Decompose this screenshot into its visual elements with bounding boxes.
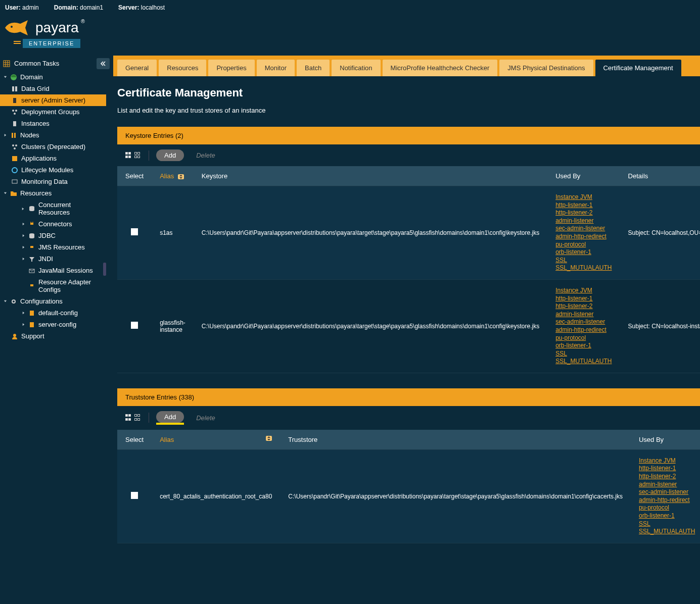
- usedby-link[interactable]: Instance JVM: [639, 457, 695, 465]
- sidebar-item-resources[interactable]: Resources: [0, 187, 106, 199]
- usedby-link[interactable]: admin-listener: [555, 217, 612, 225]
- truststore-add-button[interactable]: Add: [156, 411, 184, 423]
- tab-properties[interactable]: Properties: [208, 60, 254, 76]
- sort-icon[interactable]: [266, 436, 272, 441]
- col-select[interactable]: Select: [117, 430, 152, 450]
- tab-monitor[interactable]: Monitor: [257, 60, 295, 76]
- sidebar-item-deployment-groups[interactable]: Deployment Groups: [0, 106, 106, 118]
- col-usedby[interactable]: Used By: [631, 430, 700, 450]
- tab-certificate-management[interactable]: Certificate Management: [595, 60, 681, 76]
- sidebar-item-server-admin[interactable]: server (Admin Server): [0, 94, 106, 106]
- usedby-link[interactable]: admin-http-redirect: [555, 233, 612, 241]
- usedby-link[interactable]: admin-listener: [555, 311, 612, 319]
- select-all-button[interactable]: [125, 152, 132, 159]
- sort-icon[interactable]: [178, 174, 184, 179]
- sidebar-item-nodes[interactable]: Nodes: [0, 129, 106, 141]
- sidebar-item-support[interactable]: Support: [0, 330, 106, 342]
- usedby-link[interactable]: sec-admin-listener: [555, 225, 612, 233]
- db-icon: [28, 205, 35, 212]
- grid-icon: [3, 60, 10, 67]
- select-all-button[interactable]: [125, 414, 132, 421]
- sidebar-item-configurations[interactable]: Configurations: [0, 295, 106, 307]
- tab-jms[interactable]: JMS Physical Destinations: [499, 60, 593, 76]
- usedby-link[interactable]: admin-http-redirect: [639, 496, 695, 505]
- row-checkbox[interactable]: [131, 322, 138, 329]
- svg-rect-14: [12, 133, 13, 138]
- usedby-link[interactable]: Instance JVM: [555, 287, 612, 295]
- cluster-icon: [11, 109, 18, 116]
- usedby-link[interactable]: sec-admin-listener: [639, 488, 695, 496]
- sidebar-item-applications[interactable]: Applications: [0, 153, 106, 164]
- row-checkbox[interactable]: [131, 228, 138, 235]
- usedby-link[interactable]: http-listener-2: [639, 473, 695, 481]
- usedby-link[interactable]: http-listener-2: [555, 303, 612, 311]
- sidebar-item-connectors[interactable]: Connectors: [0, 218, 106, 230]
- sidebar-item-jms[interactable]: JMS Resources: [0, 241, 106, 253]
- sidebar-item-jdbc[interactable]: JDBC: [0, 230, 106, 241]
- filter-icon: [28, 256, 35, 263]
- usedby-link[interactable]: pu-protocol: [555, 241, 612, 249]
- tab-batch[interactable]: Batch: [297, 60, 330, 76]
- usedby-link[interactable]: pu-protocol: [555, 334, 612, 342]
- sidebar-item-default-config[interactable]: default-config: [0, 307, 106, 319]
- sidebar-item-server-config[interactable]: server-config: [0, 319, 106, 330]
- usedby-link[interactable]: SSL_MUTUALAUTH: [639, 528, 695, 536]
- sidebar-item-javamail[interactable]: JavaMail Sessions: [0, 265, 106, 276]
- tab-healthcheck[interactable]: MicroProfile Healthcheck Checker: [383, 60, 498, 76]
- tab-resources[interactable]: Resources: [159, 60, 206, 76]
- sidebar-item-instances[interactable]: Instances: [0, 118, 106, 129]
- col-keystore[interactable]: Keystore: [194, 166, 547, 186]
- svg-point-30: [13, 334, 16, 337]
- keystore-toolbar: Add Delete: [117, 144, 700, 166]
- usedby-link[interactable]: pu-protocol: [639, 504, 695, 512]
- usedby-link[interactable]: http-listener-1: [555, 295, 612, 303]
- deselect-all-button[interactable]: [134, 414, 142, 421]
- truststore-delete-button[interactable]: Delete: [188, 412, 223, 424]
- monitor-icon: [11, 178, 18, 185]
- keystore-add-button[interactable]: Add: [156, 149, 184, 161]
- tab-general[interactable]: General: [117, 60, 157, 76]
- col-select[interactable]: Select: [117, 166, 152, 186]
- sidebar-item-monitoring[interactable]: Monitoring Data: [0, 176, 106, 187]
- cycle-icon: [11, 167, 18, 174]
- tab-notification[interactable]: Notification: [332, 60, 380, 76]
- usedby-link[interactable]: orb-listener-1: [555, 342, 612, 350]
- col-alias[interactable]: Alias: [152, 430, 280, 450]
- sidebar-item-lifecycle[interactable]: Lifecycle Modules: [0, 164, 106, 176]
- usedby-link[interactable]: admin-http-redirect: [555, 326, 612, 334]
- deselect-all-button[interactable]: [134, 152, 142, 159]
- sidebar-item-concurrent[interactable]: Concurrent Resources: [0, 199, 106, 218]
- usedby-link[interactable]: http-listener-1: [555, 202, 612, 210]
- usedby-link[interactable]: SSL: [555, 257, 612, 265]
- sidebar-item-jndi[interactable]: JNDI: [0, 253, 106, 265]
- usedby-link[interactable]: admin-listener: [639, 481, 695, 489]
- sidebar-item-domain[interactable]: Domain: [0, 71, 106, 83]
- usedby-link[interactable]: Instance JVM: [555, 193, 612, 202]
- svg-rect-15: [14, 133, 16, 138]
- common-tasks-header[interactable]: Common Tasks: [0, 56, 106, 71]
- usedby-link[interactable]: SSL: [555, 350, 612, 358]
- sidebar: Common Tasks Domain Data Grid server (Ad…: [0, 56, 106, 543]
- usedby-link[interactable]: SSL: [639, 520, 695, 528]
- col-truststore[interactable]: Truststore: [280, 430, 631, 450]
- usedby-link[interactable]: http-listener-1: [639, 465, 695, 473]
- usedby-link[interactable]: sec-admin-listener: [555, 318, 612, 326]
- svg-point-11: [15, 110, 17, 112]
- sidebar-item-clusters[interactable]: Clusters (Deprecated): [0, 141, 106, 153]
- usedby-link[interactable]: SSL_MUTUALAUTH: [555, 264, 612, 272]
- usedby-link[interactable]: orb-listener-1: [555, 248, 612, 257]
- usedby-link[interactable]: http-listener-2: [555, 209, 612, 217]
- keystore-delete-button[interactable]: Delete: [188, 149, 223, 161]
- svg-rect-21: [12, 180, 17, 183]
- usedby-link[interactable]: orb-listener-1: [639, 512, 695, 520]
- sidebar-item-data-grid[interactable]: Data Grid: [0, 83, 106, 94]
- col-usedby[interactable]: Used By: [547, 166, 620, 186]
- col-details[interactable]: Details: [620, 166, 700, 186]
- col-alias[interactable]: Alias: [152, 166, 194, 186]
- row-checkbox[interactable]: [131, 492, 138, 499]
- resize-handle[interactable]: [103, 263, 106, 276]
- domain-info: Domain: domain1: [54, 4, 103, 11]
- collapse-sidebar-button[interactable]: [97, 58, 110, 69]
- usedby-link[interactable]: SSL_MUTUALAUTH: [555, 358, 612, 366]
- sidebar-item-resource-adapter[interactable]: Resource Adapter Configs: [0, 276, 106, 295]
